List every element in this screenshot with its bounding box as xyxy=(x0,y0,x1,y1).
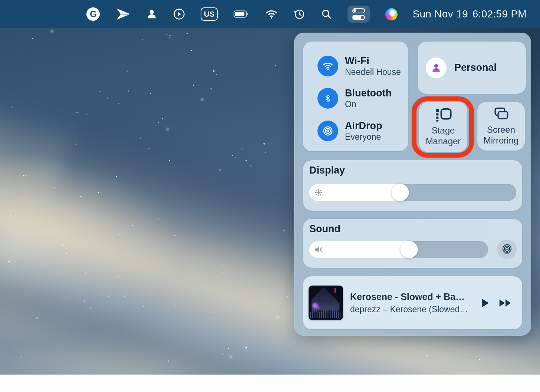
grammarly-menu-item[interactable]: G xyxy=(86,4,100,24)
grammarly-icon: G xyxy=(86,7,100,21)
wifi-icon xyxy=(322,61,333,71)
airplay-audio-icon xyxy=(501,244,513,255)
annotation-ring xyxy=(412,96,474,158)
arrow-icon xyxy=(115,7,130,21)
focus-tile[interactable]: Personal xyxy=(418,42,526,94)
wifi-icon xyxy=(265,9,278,19)
volume-track[interactable] xyxy=(309,241,488,258)
star-field xyxy=(0,28,0,29)
volume-slider[interactable] xyxy=(309,241,488,258)
now-playing-meta: Kerosene - Slowed + Ba… deprezz – Kerose… xyxy=(350,291,481,315)
control-center-panel: Wi-Fi Needell House Bluetooth On AirDrop… xyxy=(294,33,531,336)
sound-label: Sound xyxy=(309,223,340,235)
wifi-label: Wi-Fi xyxy=(345,55,401,66)
input-source-badge: US xyxy=(201,7,218,21)
avatar xyxy=(426,57,447,78)
connectivity-card: Wi-Fi Needell House Bluetooth On AirDrop… xyxy=(303,42,408,151)
menu-bar-clock[interactable]: Sun Nov 19 6:02:59 PM xyxy=(412,8,527,20)
focus-label: Personal xyxy=(454,62,497,73)
airdrop-label: AirDrop xyxy=(345,120,382,131)
airplay-audio-button[interactable] xyxy=(497,240,517,259)
now-playing-card[interactable]: Kerosene - Slowed + Ba… deprezz – Kerose… xyxy=(303,276,522,329)
control-center-icon xyxy=(348,6,370,23)
arrow-menu-item[interactable] xyxy=(115,4,130,24)
wifi-toggle[interactable] xyxy=(317,56,338,76)
airdrop-row[interactable]: AirDrop Everyone xyxy=(303,120,408,142)
bluetooth-row[interactable]: Bluetooth On xyxy=(303,88,408,109)
track-artist: deprezz – Kerosene (Slowed… xyxy=(350,304,481,315)
clock-date: Sun Nov 19 xyxy=(412,8,468,20)
brightness-slider[interactable] xyxy=(309,184,516,201)
spotlight-menu-item[interactable] xyxy=(321,4,332,24)
person-icon xyxy=(146,8,158,20)
play-circle-icon xyxy=(173,8,185,20)
screen-mirroring-label: Screen Mirroring xyxy=(484,125,519,145)
screen-mirroring-tile[interactable]: Screen Mirroring xyxy=(477,102,525,151)
siri-menu-item[interactable] xyxy=(385,4,398,24)
screen-mirroring-icon xyxy=(493,107,509,121)
bluetooth-toggle[interactable] xyxy=(317,88,338,109)
play-button[interactable] xyxy=(481,298,490,308)
display-label: Display xyxy=(309,165,345,176)
menu-bar: G US Sun Nov 19 6:02:59 PM xyxy=(0,0,540,28)
airdrop-toggle[interactable] xyxy=(317,121,338,141)
volume-fill xyxy=(309,241,409,258)
album-art xyxy=(309,286,343,320)
brightness-icon xyxy=(314,188,323,197)
time-machine-icon xyxy=(293,8,305,20)
airdrop-icon xyxy=(322,125,333,136)
time-machine-menu-item[interactable] xyxy=(293,4,305,24)
track-title: Kerosene - Slowed + Ba… xyxy=(350,291,481,303)
battery-icon xyxy=(233,10,250,19)
person-icon xyxy=(431,62,442,73)
bluetooth-status: On xyxy=(345,100,392,109)
fast-forward-button[interactable] xyxy=(498,298,513,308)
volume-knob[interactable] xyxy=(401,241,418,258)
volume-icon xyxy=(314,245,324,254)
display-card: Display xyxy=(303,160,522,211)
wifi-menu-item[interactable] xyxy=(265,4,278,24)
brightness-track[interactable] xyxy=(309,184,516,201)
wifi-status: Needell House xyxy=(345,67,401,77)
siri-icon xyxy=(385,8,398,20)
brightness-knob[interactable] xyxy=(391,184,409,201)
search-icon xyxy=(321,9,332,20)
sound-card: Sound xyxy=(303,219,522,268)
input-source-menu-item[interactable]: US xyxy=(201,4,218,24)
clock-time: 6:02:59 PM xyxy=(472,8,527,20)
airdrop-status: Everyone xyxy=(345,132,382,142)
battery-menu-item[interactable] xyxy=(233,4,250,24)
wifi-row[interactable]: Wi-Fi Needell House xyxy=(303,55,408,77)
bottom-strip xyxy=(0,375,540,392)
bluetooth-icon xyxy=(323,93,332,103)
play-menu-item[interactable] xyxy=(173,4,185,24)
control-center-menu-item[interactable] xyxy=(348,4,370,24)
user-menu-item[interactable] xyxy=(146,4,158,24)
bluetooth-label: Bluetooth xyxy=(345,88,392,99)
